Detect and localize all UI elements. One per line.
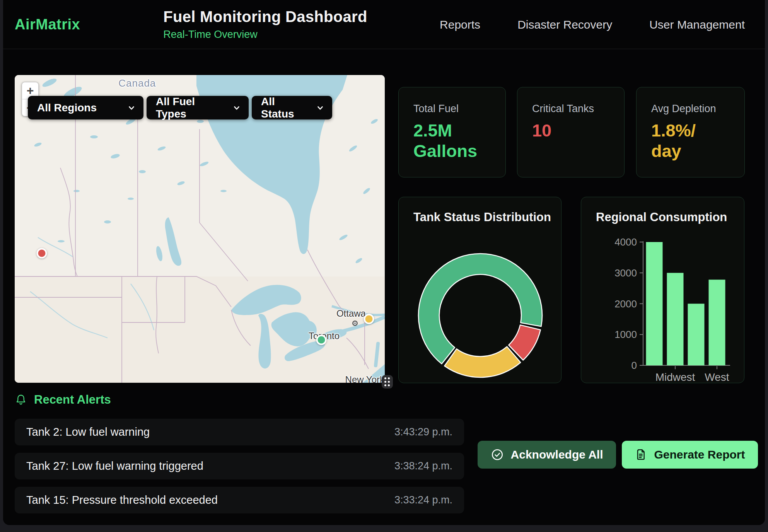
- bar-1[interactable]: [667, 273, 684, 365]
- bar-0[interactable]: [646, 242, 663, 365]
- status-filter-value: All Status: [261, 95, 306, 120]
- main-nav: Reports Disaster Recovery User Managemen…: [440, 0, 745, 49]
- drag-handle-icon[interactable]: [382, 375, 393, 389]
- nav-item-user-management[interactable]: User Management: [649, 18, 745, 31]
- stat-label: Critical Tanks: [532, 103, 624, 115]
- bar-3[interactable]: [709, 280, 725, 365]
- recent-alerts-title: Recent Alerts: [34, 393, 111, 407]
- alert-time: 3:43:29 p.m.: [394, 426, 452, 438]
- generate-report-label: Generate Report: [654, 448, 745, 461]
- region-filter-dropdown[interactable]: All Regions: [28, 96, 143, 119]
- map-label-ottawa: Ottawa: [336, 308, 366, 319]
- stat-value: 1.8%/ day: [651, 120, 719, 161]
- check-circle-icon: [491, 448, 504, 461]
- chevron-down-icon: [232, 104, 241, 112]
- status-filter-dropdown[interactable]: All Status: [252, 96, 332, 119]
- y-tick-label: 4000: [614, 236, 637, 248]
- tank-marker-critical[interactable]: [36, 248, 47, 258]
- brand-logo[interactable]: AirMatrix: [15, 16, 80, 33]
- alert-row[interactable]: Tank 2: Low fuel warning 3:43:29 p.m.: [15, 419, 464, 445]
- stat-value: 2.5M Gallons: [413, 120, 481, 161]
- y-tick-label: 3000: [614, 267, 637, 279]
- fuel-type-filter-value: All Fuel Types: [156, 95, 222, 120]
- map-label-canada: Canada: [118, 77, 156, 89]
- page-title: Fuel Monitoring Dashboard: [163, 8, 367, 26]
- chevron-down-icon: [127, 104, 136, 112]
- map-label-new-york: New York: [345, 374, 384, 383]
- y-tick-label: 1000: [614, 329, 637, 340]
- alert-time: 3:38:24 p.m.: [394, 460, 452, 472]
- alert-row[interactable]: Tank 27: Low fuel warning triggered 3:38…: [15, 453, 464, 479]
- nav-item-reports[interactable]: Reports: [440, 18, 480, 31]
- regional-consumption-chart-card: Regional Consumption 01000200030004000Mi…: [581, 197, 744, 383]
- bell-icon: [15, 394, 27, 406]
- tank-status-chart-card: Tank Status Distribution: [398, 197, 561, 383]
- x-tick-label: West: [705, 371, 729, 383]
- y-tick-label: 2000: [614, 298, 637, 310]
- alert-message: Tank 2: Low fuel warning: [26, 426, 150, 438]
- alert-message: Tank 27: Low fuel warning triggered: [26, 460, 203, 472]
- tank-marker-normal[interactable]: [316, 335, 327, 345]
- stat-card-critical-tanks: Critical Tanks 10: [517, 87, 625, 177]
- tank-marker-warning[interactable]: [364, 314, 374, 324]
- chevron-down-icon: [316, 104, 324, 112]
- stat-value: 10: [532, 120, 600, 141]
- map-panel[interactable]: + − All Regions All Fuel Types All Statu…: [15, 75, 385, 383]
- stat-card-total-fuel: Total Fuel 2.5M Gallons: [398, 87, 506, 177]
- recent-alerts-heading: Recent Alerts: [15, 393, 111, 407]
- stat-card-avg-depletion: Avg Depletion 1.8%/ day: [636, 87, 745, 177]
- bar-2[interactable]: [688, 304, 705, 366]
- dashboard-app: AirMatrix Fuel Monitoring Dashboard Real…: [3, 0, 765, 525]
- town-dot-icon: [352, 321, 358, 326]
- stat-label: Avg Depletion: [651, 103, 744, 115]
- acknowledge-all-label: Acknowledge All: [511, 448, 603, 461]
- page-subtitle: Real-Time Overview: [163, 29, 367, 41]
- fuel-type-filter-dropdown[interactable]: All Fuel Types: [147, 96, 249, 119]
- nav-item-disaster-recovery[interactable]: Disaster Recovery: [517, 18, 612, 31]
- region-filter-value: All Regions: [37, 102, 97, 114]
- map-filters: All Regions All Fuel Types All Status: [28, 96, 332, 119]
- header: AirMatrix Fuel Monitoring Dashboard Real…: [3, 0, 765, 49]
- acknowledge-all-button[interactable]: Acknowledge All: [478, 441, 616, 469]
- tank-status-donut-chart: [399, 213, 562, 384]
- generate-report-button[interactable]: Generate Report: [622, 441, 758, 469]
- y-tick-label: 0: [631, 360, 637, 371]
- alert-time: 3:33:24 p.m.: [394, 494, 452, 506]
- donut-segment-warning-yellow[interactable]: [444, 346, 521, 377]
- alert-message: Tank 15: Pressure threshold exceeded: [26, 494, 218, 506]
- regional-consumption-bar-chart: 01000200030004000MidwestWest: [581, 210, 745, 384]
- title-block: Fuel Monitoring Dashboard Real-Time Over…: [163, 8, 367, 41]
- x-tick-label: Midwest: [655, 371, 695, 383]
- document-icon: [635, 448, 647, 461]
- alert-row[interactable]: Tank 15: Pressure threshold exceeded 3:3…: [15, 487, 464, 513]
- stat-label: Total Fuel: [413, 103, 505, 115]
